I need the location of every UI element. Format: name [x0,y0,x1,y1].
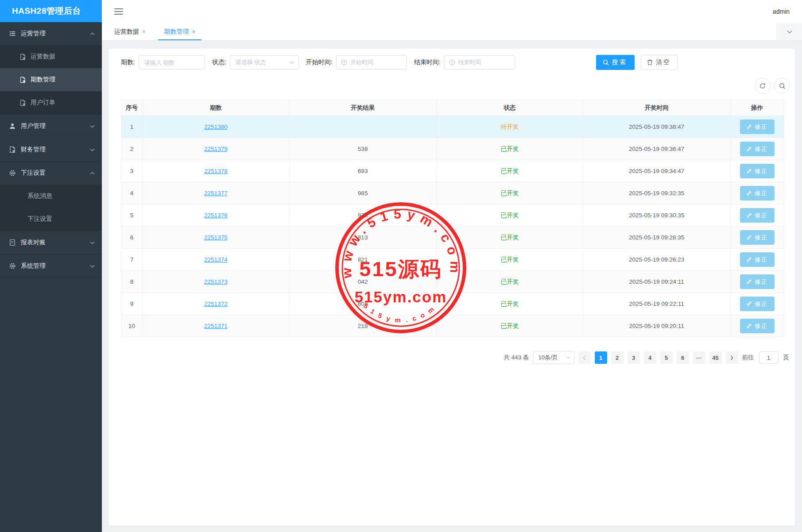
chevron-down-icon [787,30,792,34]
period-link[interactable]: 2251380 [204,123,228,130]
fix-button[interactable]: 修正 [740,186,775,200]
close-icon[interactable]: × [192,29,196,35]
fix-button[interactable]: 修正 [740,120,775,134]
sidebar-item-finance-mgmt[interactable]: 财务管理 [0,138,102,161]
page-button[interactable]: 4 [644,351,656,364]
close-icon[interactable]: × [142,29,146,35]
tab-options-dropdown[interactable] [776,23,802,40]
clear-button[interactable]: 清空 [641,55,678,70]
sidebar-item-user-orders[interactable]: 用户订单 [0,91,102,114]
sidebar-item-user-mgmt[interactable]: 用户管理 [0,115,102,138]
hamburger-menu-icon[interactable] [114,8,123,15]
page-button[interactable]: 5 [660,351,673,364]
period-input[interactable] [139,55,205,69]
filter-bar: 期数: 状态: 请选择 状态 开始时间: 开始时间 结束时间: [108,55,795,70]
pagination-total: 共 443 条 [504,354,529,362]
fix-button[interactable]: 修正 [740,252,775,267]
per-page-select[interactable]: 10条/页 [533,351,574,364]
page-button[interactable]: 3 [628,351,640,364]
column-search-button[interactable] [774,78,790,94]
status-badge: 已开奖 [501,323,519,329]
period-link[interactable]: 2251373 [204,278,228,285]
pencil-icon [746,168,752,174]
sidebar-item-bet-settings-sub[interactable]: 下注设置 [0,208,102,231]
sidebar-item-period-mgmt[interactable]: 期数管理 [0,68,102,91]
sidebar-item-label: 下注设置 [21,169,46,177]
col-header-time: 开奖时间 [583,100,730,116]
list-icon [9,30,16,37]
period-link[interactable]: 2251378 [204,168,228,174]
page-button[interactable]: 1 [595,351,607,364]
period-link[interactable]: 2251375 [204,234,228,241]
pencil-icon [746,124,752,130]
sidebar-item-label: 运营数据 [31,53,55,61]
status-badge: 待开奖 [501,123,519,130]
gear-icon [9,262,16,270]
fix-button[interactable]: 修正 [740,164,775,178]
doc-gear-icon [9,146,16,153]
col-header-status: 状态 [436,100,583,116]
col-header-period: 期数 [143,100,290,116]
pencil-icon [746,212,752,218]
sidebar-item-label: 系统消息 [27,192,52,200]
sidebar-item-bet-settings[interactable]: 下注设置 [0,162,102,185]
fix-button[interactable]: 修正 [740,319,775,333]
status-badge: 已开奖 [501,212,519,219]
tab-period-mgmt[interactable]: 期数管理 × [158,23,202,40]
pencil-icon [746,235,752,240]
sidebar-item-operation-data[interactable]: 运营数据 [0,45,102,68]
tab-label: 期数管理 [164,28,189,36]
sidebar-item-report-reconcile[interactable]: 报表对账 [0,231,102,254]
fix-button[interactable]: 修正 [740,297,775,311]
prev-page-button[interactable] [578,351,591,364]
goto-label: 前往 [742,354,754,362]
tab-operation-data[interactable]: 运营数据 × [108,23,152,40]
fix-button[interactable]: 修正 [740,230,775,245]
pencil-icon [746,146,752,152]
search-button[interactable]: 搜索 [596,55,635,70]
sidebar-item-system-messages[interactable]: 系统消息 [0,185,102,208]
pencil-icon [746,257,752,262]
sidebar-item-system-mgmt[interactable]: 系统管理 [0,254,102,278]
page-button[interactable]: 2 [611,351,624,364]
table-row: 3 2251378 693 已开奖 2025-05-19 09:34:47 修正 [121,160,784,182]
user-menu[interactable]: admin [773,8,790,15]
content-card: 期数: 状态: 请选择 状态 开始时间: 开始时间 结束时间: [108,49,795,526]
status-badge: 已开奖 [501,234,519,241]
period-link[interactable]: 2251374 [204,256,228,263]
table-row: 4 2251377 985 已开奖 2025-05-19 09:32:35 修正 [121,182,784,204]
status-badge: 已开奖 [501,146,519,152]
trash-icon [647,59,653,66]
page-button[interactable]: 45 [709,351,722,364]
status-select[interactable]: 请选择 状态 [230,55,299,69]
period-link[interactable]: 2251371 [204,323,228,329]
period-link[interactable]: 2251376 [204,212,228,219]
fix-button[interactable]: 修正 [740,274,775,289]
refresh-icon [759,82,766,89]
more-pages-button[interactable]: ··· [693,351,705,364]
doc-gear-icon [19,100,26,106]
end-time-input[interactable]: 结束时间 [444,55,515,69]
sidebar-item-label: 期数管理 [31,76,55,84]
search-icon [603,59,609,66]
fix-button[interactable]: 修正 [740,208,775,223]
sidebar-item-operation-mgmt[interactable]: 运营管理 [0,22,102,45]
period-link[interactable]: 2251379 [204,146,228,152]
sidebar-item-label: 下注设置 [27,215,52,223]
pencil-icon [746,279,752,285]
next-page-button[interactable] [726,351,738,364]
status-badge: 已开奖 [501,256,519,263]
sidebar-item-label: 用户管理 [21,122,46,130]
period-link[interactable]: 2251377 [204,190,228,197]
app-logo: HASH28管理后台 [0,0,102,22]
chevron-down-icon [90,148,95,151]
page-button[interactable]: 6 [677,351,689,364]
refresh-button[interactable] [755,78,771,94]
period-link[interactable]: 2251372 [204,301,228,307]
chevron-down-icon [90,241,95,244]
fix-button[interactable]: 修正 [740,142,775,156]
clock-icon [449,59,455,66]
start-time-input[interactable]: 开始时间 [336,55,407,69]
clock-icon [341,59,347,66]
goto-page-input[interactable] [759,351,779,364]
